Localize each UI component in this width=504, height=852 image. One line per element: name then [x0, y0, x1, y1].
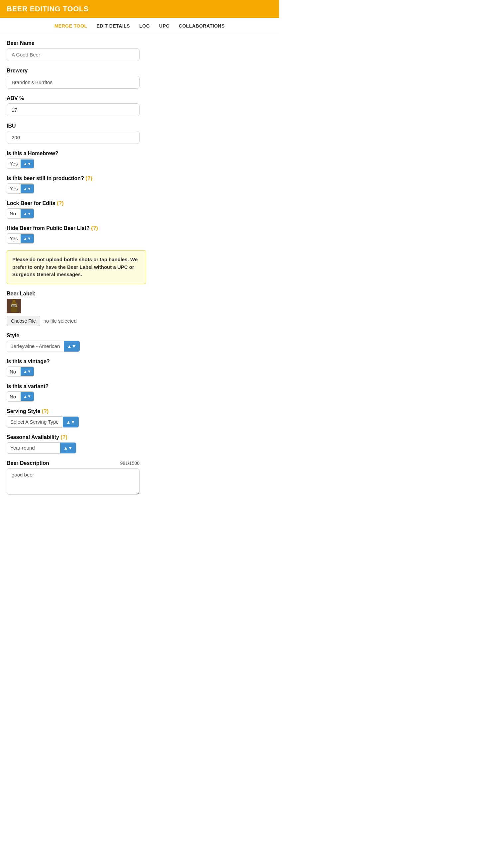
in-production-group: Is this beer still in production? (?) Ye…: [7, 176, 272, 194]
in-production-label: Is this beer still in production? (?): [7, 176, 272, 181]
beer-bottle-icon: BEER: [8, 300, 19, 312]
beer-name-group: Beer Name: [7, 40, 272, 61]
description-count: 991/1500: [120, 460, 140, 466]
description-label: Beer Description: [7, 460, 49, 466]
ibu-label: IBU: [7, 123, 272, 129]
description-textarea[interactable]: good beer: [7, 468, 140, 495]
seasonal-group: Seasonal Availability (?) Year-round Spr…: [7, 434, 272, 454]
brewery-group: Brewery: [7, 68, 272, 89]
abv-group: ABV %: [7, 95, 272, 116]
nav-edit-details[interactable]: EDIT DETAILS: [97, 23, 130, 29]
serving-style-group: Serving Style (?) Select A Serving Type …: [7, 409, 272, 428]
vintage-select-wrapper: No Yes ▲▼: [7, 366, 34, 377]
in-production-arrow-btn[interactable]: ▲▼: [21, 184, 34, 193]
hide-beer-select-wrapper: Yes No ▲▼: [7, 233, 34, 243]
seasonal-select[interactable]: Year-round Spring Summer Fall Winter: [7, 442, 60, 453]
svg-rect-1: [12, 302, 16, 303]
nav: MERGE TOOL EDIT DETAILS LOG UPC COLLABOR…: [0, 18, 279, 32]
file-area: Choose File no file selected: [7, 316, 272, 326]
beer-label-label: Beer Label:: [7, 291, 272, 297]
seasonal-arrow-btn[interactable]: ▲▼: [60, 442, 76, 453]
homebrew-select[interactable]: Yes No: [7, 159, 21, 168]
nav-upc[interactable]: UPC: [159, 23, 169, 29]
nav-merge-tool[interactable]: MERGE TOOL: [54, 23, 87, 29]
in-production-select-wrapper: Yes No ▲▼: [7, 183, 34, 194]
ibu-input[interactable]: [7, 131, 140, 144]
serving-style-label: Serving Style (?): [7, 409, 272, 414]
hide-beer-arrow-btn[interactable]: ▲▼: [21, 234, 34, 243]
abv-label: ABV %: [7, 95, 272, 101]
serving-style-select-wrapper: Select A Serving Type Bottle Can Draft C…: [7, 416, 79, 428]
warning-box: Please do not upload bottle shots or tap…: [7, 250, 146, 284]
header-title: BEER EDITING TOOLS: [7, 5, 89, 13]
hide-beer-label: Hide Beer from Public Beer List? (?): [7, 225, 272, 231]
style-select[interactable]: Barleywine - American IPA - American Sto…: [7, 341, 64, 351]
variant-select[interactable]: No Yes: [7, 392, 21, 401]
homebrew-select-wrapper: Yes No ▲▼: [7, 159, 34, 169]
seasonal-select-wrapper: Year-round Spring Summer Fall Winter ▲▼: [7, 442, 76, 454]
style-arrow-btn[interactable]: ▲▼: [64, 341, 80, 351]
lock-beer-group: Lock Beer for Edits (?) No Yes ▲▼: [7, 200, 272, 219]
nav-collaborations[interactable]: COLLABORATIONS: [179, 23, 224, 29]
homebrew-label: Is this a Homebrew?: [7, 150, 272, 157]
beer-label-group: Beer Label: BEER Choose File no file sel…: [7, 291, 272, 326]
vintage-label: Is this a vintage?: [7, 359, 272, 364]
svg-text:BEER: BEER: [12, 305, 16, 307]
nav-log[interactable]: LOG: [139, 23, 150, 29]
hide-beer-group: Hide Beer from Public Beer List? (?) Yes…: [7, 225, 272, 243]
style-select-wrapper: Barleywine - American IPA - American Sto…: [7, 341, 80, 352]
lock-beer-label: Lock Beer for Edits (?): [7, 200, 272, 206]
beer-name-input[interactable]: [7, 48, 140, 61]
style-group: Style Barleywine - American IPA - Americ…: [7, 333, 272, 352]
in-production-select[interactable]: Yes No: [7, 184, 21, 194]
vintage-group: Is this a vintage? No Yes ▲▼: [7, 359, 272, 377]
seasonal-label: Seasonal Availability (?): [7, 434, 272, 440]
variant-arrow-btn[interactable]: ▲▼: [21, 392, 34, 401]
brewery-label: Brewery: [7, 68, 272, 74]
lock-beer-select[interactable]: No Yes: [7, 209, 21, 218]
header: BEER EDITING TOOLS: [0, 0, 279, 18]
warning-text: Please do not upload bottle shots or tap…: [12, 256, 138, 277]
lock-beer-arrow-btn[interactable]: ▲▼: [21, 209, 34, 218]
beer-name-label: Beer Name: [7, 40, 272, 46]
style-label: Style: [7, 333, 272, 339]
homebrew-group: Is this a Homebrew? Yes No ▲▼: [7, 150, 272, 169]
no-file-text: no file selected: [43, 318, 77, 324]
choose-file-btn[interactable]: Choose File: [7, 316, 40, 326]
svg-rect-0: [13, 300, 15, 302]
variant-group: Is this a variant? No Yes ▲▼: [7, 383, 272, 402]
vintage-select[interactable]: No Yes: [7, 367, 21, 377]
form-area: Beer Name Brewery ABV % IBU Is this a Ho…: [0, 32, 279, 511]
brewery-input[interactable]: [7, 76, 140, 89]
hide-beer-select[interactable]: Yes No: [7, 234, 21, 243]
serving-style-select[interactable]: Select A Serving Type Bottle Can Draft C…: [7, 417, 63, 427]
serving-style-arrow-btn[interactable]: ▲▼: [63, 417, 79, 427]
variant-select-wrapper: No Yes ▲▼: [7, 392, 34, 402]
beer-label-thumbnail: BEER: [7, 299, 21, 313]
description-group: Beer Description 991/1500 good beer: [7, 460, 272, 496]
description-header: Beer Description 991/1500: [7, 460, 140, 466]
abv-input[interactable]: [7, 103, 140, 116]
variant-label: Is this a variant?: [7, 383, 272, 389]
lock-beer-select-wrapper: No Yes ▲▼: [7, 209, 34, 219]
vintage-arrow-btn[interactable]: ▲▼: [21, 367, 34, 376]
ibu-group: IBU: [7, 123, 272, 144]
homebrew-arrow-btn[interactable]: ▲▼: [21, 160, 34, 168]
